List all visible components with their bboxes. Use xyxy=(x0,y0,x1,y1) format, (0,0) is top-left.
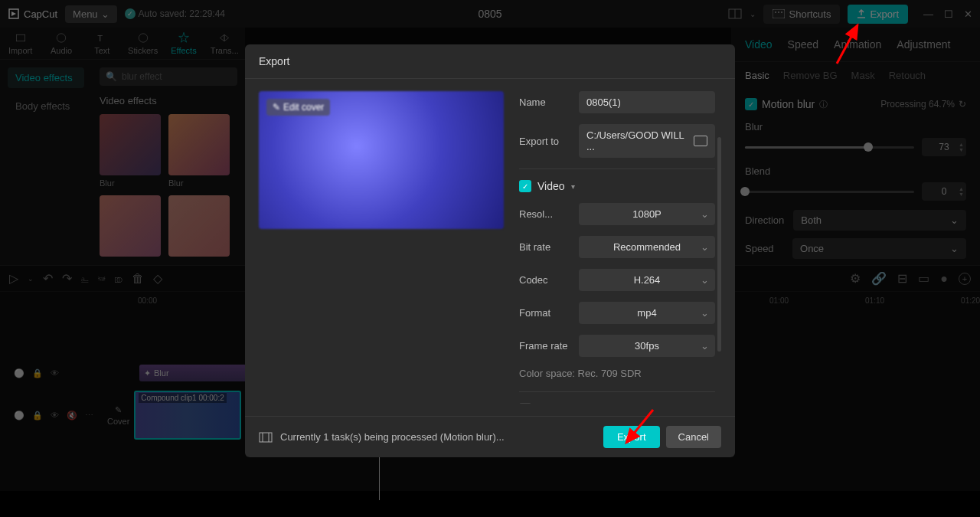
path-value: C:/Users/GOOD WILL ... xyxy=(586,129,694,152)
cover-preview: ✎ Edit cover xyxy=(259,91,504,229)
export-dialog: Export ✎ Edit cover Name 0805(1) Export … xyxy=(245,44,735,457)
video-checkbox[interactable]: ✓ xyxy=(519,180,531,192)
divider xyxy=(519,391,715,392)
film-icon xyxy=(259,432,273,443)
folder-icon[interactable] xyxy=(694,136,707,146)
bitrate-select[interactable]: Recommended xyxy=(579,236,715,258)
export-confirm-button[interactable]: Export xyxy=(603,426,660,448)
divider xyxy=(519,169,715,169)
status-text: Currently 1 task(s) being processed (Mot… xyxy=(280,431,505,443)
dialog-footer: Currently 1 task(s) being processed (Mot… xyxy=(245,416,735,457)
format-select[interactable]: mp4 xyxy=(579,302,715,324)
pencil-icon: ✎ xyxy=(273,102,280,113)
svg-rect-11 xyxy=(260,433,272,442)
resolution-select[interactable]: 1080P xyxy=(579,203,715,225)
name-input[interactable]: 0805(1) xyxy=(579,91,715,113)
export-form: Name 0805(1) Export to C:/Users/GOOD WIL… xyxy=(519,91,721,404)
codec-select[interactable]: H.264 xyxy=(579,269,715,291)
chevron-down-icon[interactable]: ▾ xyxy=(571,182,575,191)
codec-label: Codec xyxy=(519,274,571,286)
cancel-button[interactable]: Cancel xyxy=(666,426,721,448)
exportto-input[interactable]: C:/Users/GOOD WILL ... xyxy=(579,124,715,158)
bitrate-label: Bit rate xyxy=(519,241,571,253)
video-section-label: Video xyxy=(537,180,565,192)
dialog-title: Export xyxy=(245,44,735,79)
scrollbar[interactable] xyxy=(717,137,721,352)
audio-checkbox[interactable] xyxy=(519,403,531,404)
footer-status: Currently 1 task(s) being processed (Mot… xyxy=(259,431,505,443)
edit-cover-button[interactable]: ✎ Edit cover xyxy=(266,99,330,116)
modal-overlay: Export ✎ Edit cover Name 0805(1) Export … xyxy=(0,0,980,517)
framerate-label: Frame rate xyxy=(519,340,571,352)
edit-cover-label: Edit cover xyxy=(283,102,324,113)
audio-section-label: Audio xyxy=(537,403,565,404)
framerate-select[interactable]: 30fps xyxy=(579,335,715,357)
format-label: Format xyxy=(519,307,571,319)
colorspace-info: Color space: Rec. 709 SDR xyxy=(519,368,715,379)
name-label: Name xyxy=(519,97,571,108)
exportto-label: Export to xyxy=(519,136,571,147)
resolution-label: Resol... xyxy=(519,208,571,220)
